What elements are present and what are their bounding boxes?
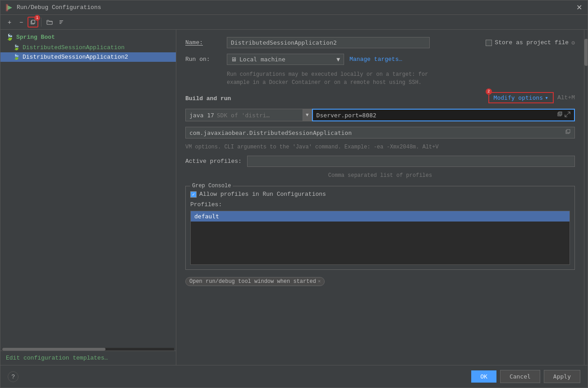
main-content: 🍃 Spring Boot 🍃 DistributedSessionApplic… xyxy=(0,30,588,365)
sidebar-item-app2[interactable]: 🍃 DistributedSessionApplication2 xyxy=(0,52,176,62)
dropdown-arrow: ▼ xyxy=(336,56,340,63)
edit-templates-link[interactable]: Edit configuration templates… xyxy=(6,355,108,361)
build-run-label: Build and run xyxy=(185,95,231,102)
tags-row: Open run/debug tool window when started … xyxy=(185,277,575,286)
scrollbar-thumb xyxy=(584,39,588,66)
active-profiles-row: Active profiles: xyxy=(185,156,575,167)
cancel-button[interactable]: Cancel xyxy=(500,370,540,383)
svg-line-10 xyxy=(565,112,570,117)
run-on-label: Run on: xyxy=(185,56,221,63)
chevron-down-icon: ▾ xyxy=(545,94,548,101)
name-input[interactable] xyxy=(227,37,430,48)
apply-button[interactable]: Apply xyxy=(544,370,580,383)
vm-copy-icon[interactable] xyxy=(557,111,563,119)
tree-group-label: Spring Boot xyxy=(16,34,55,41)
app1-icon: 🍃 xyxy=(13,44,20,51)
run-on-row: Run on: 🖥 Local machine ▼ Manage targets… xyxy=(185,54,575,65)
grep-console-group: Grep Console ✓ Allow profiles in Run Con… xyxy=(185,186,575,270)
copy-btn-wrap: 1 xyxy=(28,17,38,28)
profiles-label: Profiles: xyxy=(190,201,570,208)
sidebar-item-app1-label: DistributedSessionApplication xyxy=(23,44,124,51)
modify-shortcut: Alt+M xyxy=(557,94,575,101)
add-button[interactable]: + xyxy=(4,17,15,28)
grep-checkbox-row: ✓ Allow profiles in Run Configurations xyxy=(190,191,570,198)
grep-console-legend: Grep Console xyxy=(190,183,233,189)
run-on-value: Local machine xyxy=(239,56,285,63)
sidebar-bottom: Edit configuration templates… xyxy=(0,351,176,365)
bottom-right: OK Cancel Apply xyxy=(471,370,580,383)
allow-profiles-checkbox[interactable]: ✓ xyxy=(190,191,197,198)
tag-label: Open run/debug tool window when started xyxy=(189,278,316,285)
profiles-hint: Comma separated list of profiles xyxy=(185,172,575,179)
open-tool-window-tag: Open run/debug tool window when started … xyxy=(185,277,325,286)
run-on-dropdown[interactable]: 🖥 Local machine ▼ xyxy=(227,54,344,65)
tag-close-button[interactable]: × xyxy=(318,279,321,284)
active-profiles-input[interactable] xyxy=(247,156,575,167)
tree-group-spring-boot: 🍃 Spring Boot xyxy=(0,32,176,43)
folder-button[interactable] xyxy=(44,17,55,28)
manage-targets-link[interactable]: Manage targets… xyxy=(349,56,402,63)
right-inner: Name: Store as project file ⚙ Run on: 🖥 … xyxy=(176,30,588,365)
sidebar: 🍃 Spring Boot 🍃 DistributedSessionApplic… xyxy=(0,30,176,365)
build-run-header: Build and run Modify options ▾ Alt+M 2 xyxy=(185,92,575,103)
app2-icon: 🍃 xyxy=(13,54,20,60)
vm-options-value: Dserver.port=8082 xyxy=(317,112,377,119)
sidebar-item-app2-label: DistributedSessionApplication2 xyxy=(23,54,128,60)
modify-badge: 2 xyxy=(486,88,492,95)
vm-options-field[interactable]: Dserver.port=8082 xyxy=(312,109,575,121)
toolbar: + − 1 xyxy=(0,15,588,30)
name-label: Name: xyxy=(185,39,221,46)
vm-options-icons xyxy=(557,111,570,119)
gear-icon[interactable]: ⚙ xyxy=(571,39,575,46)
hint-line1: Run configurations may be executed local… xyxy=(227,71,428,78)
run-debug-dialog: Run/Debug Configurations ✕ + − 1 xyxy=(0,0,588,388)
modify-options-button[interactable]: Modify options ▾ xyxy=(489,93,553,102)
store-checkbox-row: Store as project file ⚙ xyxy=(486,39,575,46)
local-machine-icon: 🖥 xyxy=(231,56,237,63)
sort-button[interactable] xyxy=(56,17,67,28)
profiles-list: default xyxy=(190,211,570,265)
active-profiles-label: Active profiles: xyxy=(185,158,242,165)
toolbar-separator xyxy=(41,18,41,27)
modify-options-label: Modify options xyxy=(494,94,543,101)
spring-boot-icon: 🍃 xyxy=(6,33,14,41)
main-class-value: com.javaxiaobear.DistributedSessionAppli… xyxy=(189,129,352,136)
store-checkbox[interactable] xyxy=(486,40,492,46)
copy-badge: 1 xyxy=(34,15,40,21)
java-sdk-field: java 17 SDK of 'distri… xyxy=(185,109,303,121)
svg-rect-12 xyxy=(567,129,570,133)
svg-rect-9 xyxy=(559,112,562,115)
bottom-bar: ? OK Cancel Apply xyxy=(0,365,588,388)
run-debug-icon xyxy=(6,4,13,11)
allow-profiles-label: Allow profiles in Run Configurations xyxy=(199,191,326,198)
vm-expand-icon[interactable] xyxy=(565,111,570,119)
profile-item-default[interactable]: default xyxy=(191,211,570,222)
right-scrollbar[interactable] xyxy=(584,30,588,365)
help-button[interactable]: ? xyxy=(8,371,18,382)
java-sdk-label: java 17 xyxy=(189,112,214,119)
java-sdk-hint: SDK of 'distri… xyxy=(217,112,270,119)
svg-rect-1 xyxy=(6,4,8,11)
build-run-row: java 17 SDK of 'distri… ▼ Dserver.port=8… xyxy=(185,109,575,121)
ok-button[interactable]: OK xyxy=(471,370,496,383)
hint-line2: example in a Docker Container or on a re… xyxy=(227,79,422,86)
store-label: Store as project file xyxy=(495,39,569,46)
sidebar-item-app1[interactable]: 🍃 DistributedSessionApplication xyxy=(0,43,176,52)
java-sdk-arrow[interactable]: ▼ xyxy=(303,109,312,121)
remove-button[interactable]: − xyxy=(16,17,27,28)
dialog-title: Run/Debug Configurations xyxy=(17,4,101,11)
title-bar-left: Run/Debug Configurations xyxy=(6,4,101,11)
main-class-field[interactable]: com.javaxiaobear.DistributedSessionAppli… xyxy=(185,127,575,139)
vm-hint: VM options. CLI arguments to the 'Java' … xyxy=(185,144,575,150)
close-button[interactable]: ✕ xyxy=(576,3,582,12)
main-class-copy-icon[interactable] xyxy=(565,129,571,136)
hint-text: Run configurations may be executed local… xyxy=(227,70,575,87)
right-panel: Name: Store as project file ⚙ Run on: 🖥 … xyxy=(176,30,584,365)
name-row: Name: Store as project file ⚙ xyxy=(185,37,575,48)
bottom-left: ? xyxy=(8,371,18,382)
title-bar: Run/Debug Configurations ✕ xyxy=(0,0,588,15)
svg-rect-3 xyxy=(32,20,35,23)
sidebar-tree: 🍃 Spring Boot 🍃 DistributedSessionApplic… xyxy=(0,30,176,348)
